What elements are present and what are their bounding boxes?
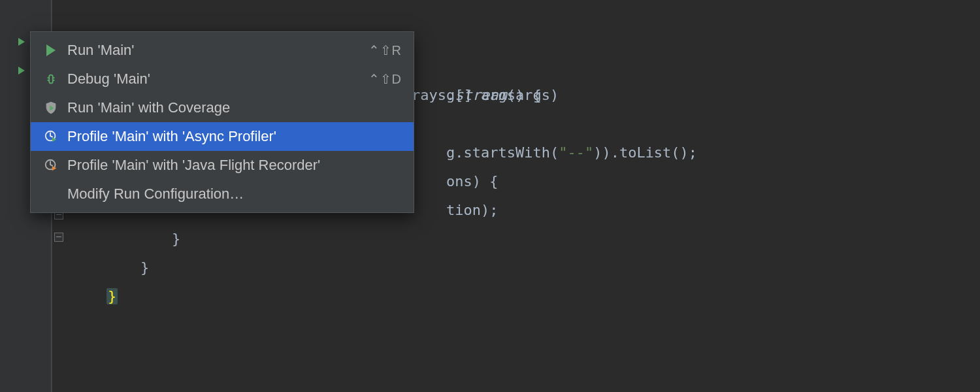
- code-line: rays.stream(args): [412, 81, 980, 110]
- shield-play-icon: [42, 99, 59, 116]
- menu-item-label: Debug 'Main': [67, 71, 368, 88]
- menu-item-shortcut: ⌃⇧R: [368, 42, 402, 58]
- run-gutter-icon[interactable]: [18, 38, 31, 51]
- menu-item-shortcut: ⌃⇧D: [368, 71, 402, 87]
- menu-item-profile-async[interactable]: Profile 'Main' with 'Async Profiler': [31, 122, 414, 151]
- profiler-play-icon: [42, 128, 59, 145]
- menu-item-label: Run 'Main': [67, 42, 368, 59]
- code-line: g[] args) {: [412, 52, 980, 81]
- run-gutter-icon[interactable]: [18, 67, 31, 80]
- blank-icon: [42, 186, 59, 203]
- menu-item-profile-jfr[interactable]: Profile 'Main' with 'Java Flight Recorde…: [31, 151, 414, 180]
- code-line: g.startsWith("--")).toList();: [412, 110, 980, 139]
- menu-item-run-coverage[interactable]: Run 'Main' with Coverage: [31, 93, 414, 122]
- code-line: tion);: [412, 167, 980, 196]
- menu-item-modify-run-config[interactable]: Modify Run Configuration…: [31, 180, 414, 208]
- menu-item-label: Run 'Main' with Coverage: [67, 99, 402, 116]
- play-icon: [42, 42, 59, 59]
- code-line: }: [72, 253, 980, 282]
- bug-icon: [42, 71, 59, 88]
- fold-collapse-icon[interactable]: [54, 233, 63, 242]
- code-line: ons) {: [412, 139, 980, 167]
- menu-item-debug[interactable]: Debug 'Main' ⌃⇧D: [31, 65, 414, 93]
- menu-item-label: Profile 'Main' with 'Java Flight Recorde…: [67, 157, 402, 174]
- run-context-menu: Run 'Main' ⌃⇧R Debug 'Main' ⌃⇧D Run 'Mai…: [30, 31, 414, 213]
- menu-item-label: Profile 'Main' with 'Async Profiler': [67, 128, 402, 145]
- menu-item-label: Modify Run Configuration…: [67, 186, 402, 203]
- profiler-play-alt-icon: [42, 157, 59, 174]
- menu-item-run[interactable]: Run 'Main' ⌃⇧R: [31, 36, 414, 65]
- code-line: }: [106, 225, 980, 253]
